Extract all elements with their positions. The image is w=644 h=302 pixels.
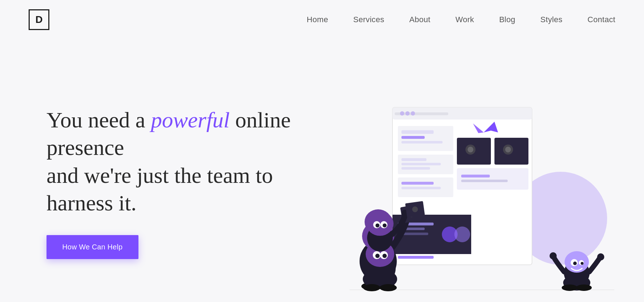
svg-rect-10 <box>401 141 443 143</box>
svg-point-54 <box>382 254 387 258</box>
nav-about[interactable]: About <box>409 15 430 24</box>
cta-button[interactable]: How We Can Help <box>47 235 138 259</box>
hero-heading-part1: You need a <box>47 108 151 132</box>
svg-point-5 <box>405 111 410 116</box>
svg-point-4 <box>400 111 404 116</box>
hero-text: You need a powerful online presenceand w… <box>47 99 350 259</box>
svg-rect-8 <box>401 130 434 134</box>
hero-illustration <box>350 61 614 297</box>
svg-rect-32 <box>461 175 490 177</box>
svg-rect-31 <box>457 168 528 190</box>
illustration-svg <box>350 97 614 297</box>
svg-point-74 <box>597 253 604 260</box>
svg-point-61 <box>376 224 380 228</box>
hero-section: You need a powerful online presenceand w… <box>0 39 644 297</box>
nav-work[interactable]: Work <box>455 15 474 24</box>
nav-blog[interactable]: Blog <box>499 15 515 24</box>
logo[interactable]: D <box>29 9 49 30</box>
svg-point-30 <box>505 147 511 152</box>
svg-point-62 <box>383 224 387 228</box>
svg-point-27 <box>468 147 473 152</box>
svg-rect-12 <box>401 158 426 161</box>
svg-point-6 <box>411 111 415 116</box>
svg-rect-16 <box>401 182 434 185</box>
svg-rect-24 <box>398 256 434 259</box>
svg-point-73 <box>550 252 557 259</box>
svg-point-71 <box>573 262 577 265</box>
navbar: D Home Services About Work Blog Styles C… <box>0 0 644 39</box>
nav-styles[interactable]: Styles <box>540 15 562 24</box>
nav-home[interactable]: Home <box>307 15 328 24</box>
svg-rect-9 <box>401 136 425 139</box>
svg-point-55 <box>363 284 380 291</box>
svg-point-72 <box>581 262 584 265</box>
svg-point-76 <box>576 284 592 291</box>
hero-heading: You need a powerful online presenceand w… <box>47 106 318 217</box>
nav-links: Home Services About Work Blog Styles Con… <box>307 15 615 24</box>
nav-services[interactable]: Services <box>353 15 384 24</box>
svg-rect-14 <box>401 167 430 170</box>
svg-point-75 <box>562 284 577 291</box>
nav-contact[interactable]: Contact <box>587 15 615 24</box>
svg-rect-13 <box>401 163 441 165</box>
hero-heading-accent: powerful <box>151 108 230 132</box>
svg-point-65 <box>412 206 418 212</box>
svg-point-56 <box>380 284 397 291</box>
svg-point-53 <box>375 254 380 258</box>
svg-point-23 <box>454 226 470 242</box>
svg-rect-17 <box>401 187 441 189</box>
svg-rect-33 <box>461 180 508 182</box>
